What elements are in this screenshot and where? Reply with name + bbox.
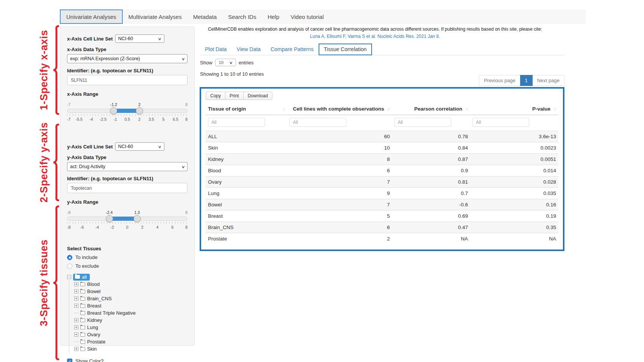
expand-icon[interactable]: +: [74, 289, 78, 293]
tree-item-breast-triple-negative[interactable]: Breast Triple Negative: [74, 309, 188, 317]
nav-item-multivariate-analyses[interactable]: Multivariate Analyses: [123, 9, 188, 24]
tab-plot-data[interactable]: Plot Data: [200, 44, 232, 55]
y-identifier-label: Identifier: (e.g. topotecan or SLFN11): [67, 176, 188, 181]
expand-icon[interactable]: +: [74, 318, 78, 322]
tree-item-ovary[interactable]: +Ovary: [74, 331, 188, 338]
x-range-slider[interactable]: -78-1.22-7-5.5-4-2.5-10.523.556.58: [67, 102, 188, 123]
nav-item-help[interactable]: Help: [262, 9, 285, 24]
next-page-button[interactable]: Next page: [532, 75, 564, 86]
table-row-brain-cns[interactable]: Brain_CNS60.470.35: [206, 222, 558, 233]
sort-icon[interactable]: ↓↑: [465, 106, 468, 112]
expand-icon[interactable]: +: [74, 347, 78, 351]
nav-item-search-ids[interactable]: Search IDs: [222, 9, 262, 24]
slider-handle-from[interactable]: [110, 107, 117, 114]
expand-icon[interactable]: +: [74, 282, 78, 286]
sort-icon[interactable]: ↓↑: [553, 106, 556, 112]
chevron-down-icon: ∨: [158, 145, 162, 149]
filter-input-pearson-correlation[interactable]: [394, 118, 451, 127]
tree-item-label: Prostate: [87, 339, 105, 345]
table-row-skin[interactable]: Skin100.840.0023: [206, 142, 558, 154]
table-row-lung[interactable]: Lung90.70.035: [206, 188, 558, 199]
x-cell-line-set-select[interactable]: NCI-60 ∨: [115, 34, 164, 43]
cell: Bowel: [206, 199, 287, 211]
x-data-type-select[interactable]: exp: mRNA Expression (Z-Score) ∨: [67, 54, 188, 63]
radio-to-exclude[interactable]: To exclude: [67, 263, 188, 269]
expand-icon[interactable]: +: [74, 304, 78, 308]
checkbox-checked-icon[interactable]: ✓: [67, 359, 72, 362]
cell: 0.0023: [470, 142, 558, 154]
filter-input-p-value[interactable]: [472, 118, 529, 127]
x-identifier-input[interactable]: [67, 75, 188, 85]
slider-handle-to[interactable]: [136, 107, 143, 114]
slider-tick-label: 2: [141, 225, 144, 229]
nav-item-metadata[interactable]: Metadata: [188, 9, 223, 24]
sort-icon[interactable]: ↓↑: [282, 106, 285, 112]
copy-button[interactable]: Copy: [206, 92, 225, 100]
column-header-cell-lines-with-complete-observations[interactable]: Cell lines with complete observations↓↑: [287, 103, 392, 115]
y-data-type-select[interactable]: act: Drug Activity ∨: [67, 162, 188, 171]
tree-item-brain-cns[interactable]: +Brain_CNS: [74, 295, 188, 302]
tree-item-lung[interactable]: +Lung: [74, 324, 188, 331]
tree-item-skin[interactable]: +Skin: [74, 345, 188, 353]
tree-item-breast[interactable]: +Breast: [74, 302, 188, 309]
y-identifier-input[interactable]: [67, 183, 188, 193]
tree-item-bowel[interactable]: +Bowel: [74, 288, 188, 295]
print-button[interactable]: Print: [225, 92, 244, 100]
tree-item-all[interactable]: − all: [67, 273, 188, 281]
column-header-inner: Tissue of origin↓↑: [208, 106, 285, 112]
column-header-tissue-of-origin[interactable]: Tissue of origin↓↑: [206, 103, 287, 115]
column-header-pearson-correlation[interactable]: Pearson correlation↓↑: [392, 103, 470, 115]
filter-input-tissue-of-origin[interactable]: [208, 118, 265, 127]
entries-per-page-select[interactable]: 10 ∨: [215, 59, 236, 66]
tree-item-all-chip[interactable]: all: [73, 274, 90, 281]
cell: 0.47: [392, 222, 470, 233]
show-color-checkbox[interactable]: ✓ Show Color?: [67, 358, 188, 362]
page-1-button[interactable]: 1: [520, 75, 533, 86]
citation-link[interactable]: Luna A, Elloumi F, Varma S et al. Nuclei…: [186, 34, 564, 39]
collapse-icon[interactable]: −: [67, 275, 71, 279]
table-row-kidney[interactable]: Kidney80.870.0051: [206, 154, 558, 165]
sort-icon[interactable]: ↓↑: [387, 106, 390, 112]
folder-icon: [80, 290, 85, 293]
table-row-all[interactable]: ALL600.783.6e-13: [206, 131, 558, 142]
tissue-correlation-table: Tissue of origin↓↑Cell lines with comple…: [206, 103, 558, 244]
radio-to-include[interactable]: To include: [67, 254, 188, 260]
tab-compare-patterns[interactable]: Compare Patterns: [266, 44, 319, 55]
y-range-slider[interactable]: -88-2.41.3-8-6-4-202468: [67, 210, 188, 231]
slider-track[interactable]: [67, 217, 188, 221]
download-button[interactable]: Download: [243, 92, 272, 100]
tree-item-blood[interactable]: +Blood: [74, 281, 188, 288]
y-cell-line-set-select[interactable]: NCI-60 ∨: [115, 142, 164, 151]
table-row-ovary[interactable]: Ovary70.810.028: [206, 176, 558, 188]
tree-item-label: Ovary: [87, 332, 100, 337]
radio-selected-icon[interactable]: [67, 255, 72, 260]
y-axis-section: y-Axis Cell Line Set NCI-60 ∨ y-Axis Dat…: [67, 142, 188, 231]
slider-handle-from[interactable]: [106, 215, 113, 222]
nav-item-univariate-analyses[interactable]: Univariate Analyses: [60, 9, 123, 24]
table-row-bowel[interactable]: Bowel7-0.60.16: [206, 199, 558, 211]
table-row-breast[interactable]: Breast50.690.19: [206, 211, 558, 222]
cell: 0.7: [392, 188, 470, 199]
filter-input-cell-lines-with-complete-observations[interactable]: [289, 118, 346, 127]
tab-view-data[interactable]: View Data: [232, 44, 266, 55]
slider-tick-label: 6.5: [173, 117, 178, 122]
column-header-p-value[interactable]: P-value↓↑: [470, 103, 558, 115]
previous-page-button[interactable]: Previous page: [479, 75, 520, 86]
to-include-label: To include: [75, 254, 98, 260]
expand-icon[interactable]: +: [74, 325, 78, 329]
slider-track[interactable]: [67, 109, 188, 113]
cell: ALL: [206, 131, 287, 142]
table-row-prostate[interactable]: Prostate2NANA: [206, 233, 558, 245]
tree-item-label: Brain_CNS: [87, 296, 112, 301]
slider-handle-to[interactable]: [133, 215, 141, 222]
cell: 0.19: [470, 211, 558, 222]
tree-item-prostate[interactable]: Prostate: [74, 338, 188, 345]
tree-item-kidney[interactable]: +Kidney: [74, 317, 188, 324]
cell: 9: [287, 188, 392, 199]
expand-icon[interactable]: +: [74, 296, 78, 301]
expand-icon[interactable]: +: [74, 332, 78, 337]
radio-unselected-icon[interactable]: [67, 264, 72, 269]
tab-tissue-correlation[interactable]: Tissue Correlation: [319, 44, 372, 55]
nav-item-video-tutorial[interactable]: Video tutorial: [285, 9, 329, 24]
table-row-blood[interactable]: Blood60.90.014: [206, 165, 558, 176]
